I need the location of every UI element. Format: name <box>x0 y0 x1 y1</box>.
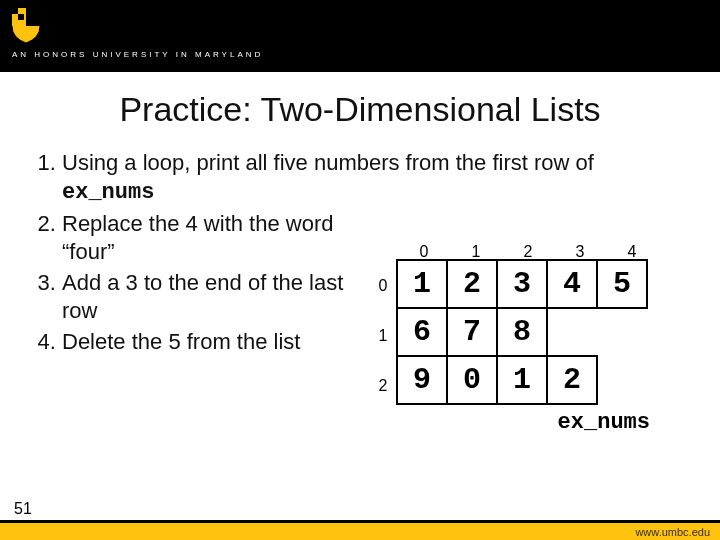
data-grid: 1 2 3 4 5 6 7 8 9 0 1 2 <box>398 261 648 411</box>
slide-title: Practice: Two-Dimensional Lists <box>0 90 720 129</box>
task-item-3: Add a 3 to the end of the last row <box>62 269 382 324</box>
cell: 4 <box>546 259 598 309</box>
shield-icon <box>10 6 42 44</box>
inline-code: ex_nums <box>62 180 154 205</box>
row-index: 0 <box>368 261 398 311</box>
cell: 7 <box>446 307 498 357</box>
cell: 2 <box>446 259 498 309</box>
array-diagram: 0 1 2 3 4 0 1 2 1 2 3 4 5 6 7 8 9 <box>368 243 658 411</box>
cell: 5 <box>596 259 648 309</box>
data-row: 9 0 1 2 <box>398 357 648 405</box>
cell: 0 <box>446 355 498 405</box>
task-text: Using a loop, print all five numbers fro… <box>62 150 594 175</box>
cell: 3 <box>496 259 548 309</box>
brand-header: UMBC AN HONORS UNIVERSITY IN MARYLAND <box>0 0 720 72</box>
site-url: www.umbc.edu <box>635 526 710 538</box>
task-item-4: Delete the 5 from the list <box>62 328 382 356</box>
umbc-logo: UMBC <box>10 6 134 44</box>
row-indices: 0 1 2 <box>368 261 398 411</box>
cell: 1 <box>496 355 548 405</box>
data-row: 1 2 3 4 5 <box>398 261 648 309</box>
cell: 1 <box>396 259 448 309</box>
cell: 6 <box>396 307 448 357</box>
row-index: 1 <box>368 311 398 361</box>
variable-label: ex_nums <box>558 410 650 435</box>
cell: 8 <box>496 307 548 357</box>
row-index: 2 <box>368 361 398 411</box>
cell: 2 <box>546 355 598 405</box>
data-row: 6 7 8 <box>398 309 648 357</box>
task-item-2: Replace the 4 with the word “four” <box>62 210 382 265</box>
cell: 9 <box>396 355 448 405</box>
footer-bar <box>0 520 720 540</box>
brand-tagline: AN HONORS UNIVERSITY IN MARYLAND <box>12 50 263 59</box>
task-item-1: Using a loop, print all five numbers fro… <box>62 149 692 206</box>
slide-number: 51 <box>14 500 32 518</box>
brand-wordmark: UMBC <box>46 8 134 42</box>
